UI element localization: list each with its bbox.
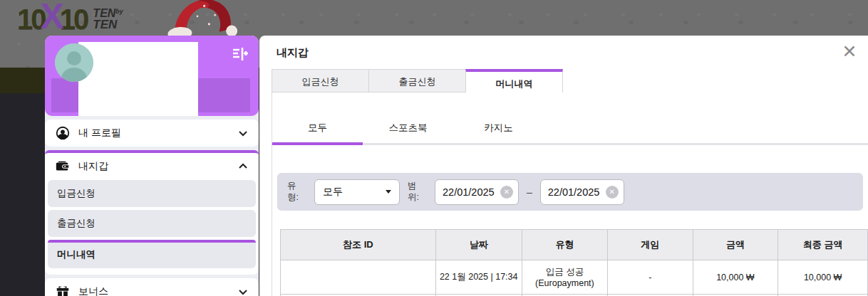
- sidebar-item-deposit[interactable]: 입금신청: [48, 180, 256, 207]
- sidebar-item-label: 보너스: [78, 285, 229, 296]
- site-logo: 10X10 TENbyTEN: [17, 1, 123, 37]
- cell-final-amount: 10,000 ₩: [778, 260, 868, 295]
- wallet-tabs: 입금신청 출금신청 머니내역: [272, 69, 563, 92]
- date-from-value: 22/01/2025: [443, 186, 495, 198]
- close-icon[interactable]: ✕: [839, 41, 859, 61]
- col-header-type: 유형: [522, 230, 608, 260]
- type-select[interactable]: 모두: [314, 179, 400, 205]
- sidebar-item-wallet[interactable]: 내지갑: [45, 153, 259, 180]
- col-header-amount: 금액: [693, 230, 778, 260]
- cell-reference-id: [281, 260, 436, 295]
- clear-icon[interactable]: ✕: [500, 186, 513, 199]
- sidebar-item-money-history[interactable]: 머니내역: [48, 240, 256, 268]
- person-circle-icon: [55, 125, 71, 141]
- avatar: [55, 43, 93, 82]
- profile-card: [45, 36, 259, 116]
- type-select-value: 모두: [323, 186, 343, 199]
- logo-tagline: TENbyTEN: [93, 9, 123, 30]
- money-history-table: 참조 ID 날짜 유형 게임 금액 최종 금액 22 1월 2025 | 17:…: [280, 229, 868, 296]
- sidebar-section-bonus[interactable]: 보너스: [45, 278, 259, 296]
- account-sidebar: 내 프로필 내지갑 입금신청 출금신청 머니내역: [45, 36, 259, 296]
- subtab-casino[interactable]: 카지노: [453, 114, 544, 142]
- money-history-panel: 모두 스포츠북 카지노 유형: 모두 범위: 22/01/2025 ✕ – 22…: [272, 92, 868, 296]
- chevron-down-icon: [237, 286, 249, 296]
- cell-game: -: [608, 260, 693, 295]
- logo-x: X: [41, 0, 64, 34]
- col-header-reference-id: 참조 ID: [281, 230, 436, 260]
- redacted-name-block: [78, 42, 198, 116]
- subtab-sportsbook[interactable]: 스포츠북: [363, 114, 453, 142]
- category-subtabs: 모두 스포츠북 카지노: [272, 114, 868, 145]
- table-row: 22 1월 2025 | 17:34 입금 성공 (Europayment) -…: [281, 260, 868, 295]
- wallet-icon: [55, 159, 71, 174]
- clear-icon[interactable]: ✕: [606, 186, 619, 199]
- cell-amount: 10,000 ₩: [693, 260, 778, 295]
- date-range-separator: –: [527, 186, 532, 198]
- cell-type: 입금 성공 (Europayment): [522, 260, 608, 295]
- col-header-game: 게임: [608, 230, 693, 260]
- chevron-up-icon: [237, 161, 249, 172]
- type-filter-label: 유형:: [287, 181, 306, 203]
- playlist-add-icon[interactable]: [231, 45, 249, 63]
- range-filter-label: 범위:: [408, 181, 427, 203]
- sidebar-item-label: 내 프로필: [78, 127, 229, 139]
- caret-down-icon: [386, 190, 391, 194]
- gift-icon: [55, 284, 71, 296]
- col-header-date: 날짜: [435, 230, 522, 260]
- table-header-row: 참조 ID 날짜 유형 게임 금액 최종 금액: [281, 230, 868, 260]
- date-to-value: 22/01/2025: [548, 186, 600, 198]
- tab-deposit[interactable]: 입금신청: [272, 69, 369, 92]
- sidebar-section-profile[interactable]: 내 프로필: [45, 120, 259, 147]
- subtab-all[interactable]: 모두: [272, 114, 363, 145]
- date-from-input[interactable]: 22/01/2025 ✕: [435, 179, 519, 205]
- filter-bar: 유형: 모두 범위: 22/01/2025 ✕ – 22/01/2025 ✕: [277, 173, 863, 211]
- chevron-down-icon: [237, 127, 249, 139]
- cell-date: 22 1월 2025 | 17:34: [435, 260, 522, 295]
- sidebar-section-wallet: 내지갑 입금신청 출금신청 머니내역: [45, 150, 259, 275]
- wallet-modal: 내지갑 ✕ 입금신청 출금신청 머니내역 모두 스포츠북 카지노 유형: 모두 …: [259, 36, 868, 296]
- tab-money-history[interactable]: 머니내역: [465, 69, 563, 92]
- col-header-final-amount: 최종 금액: [778, 230, 868, 260]
- modal-title: 내지갑: [277, 46, 309, 60]
- date-to-input[interactable]: 22/01/2025 ✕: [540, 179, 624, 205]
- sidebar-item-withdraw[interactable]: 출금신청: [48, 210, 256, 237]
- sidebar-item-label: 내지갑: [78, 160, 229, 173]
- page: 10X10 TENbyTEN: [0, 0, 868, 296]
- wallet-submenu: 입금신청 출금신청 머니내역: [45, 180, 259, 275]
- tab-withdraw[interactable]: 출금신청: [368, 69, 466, 92]
